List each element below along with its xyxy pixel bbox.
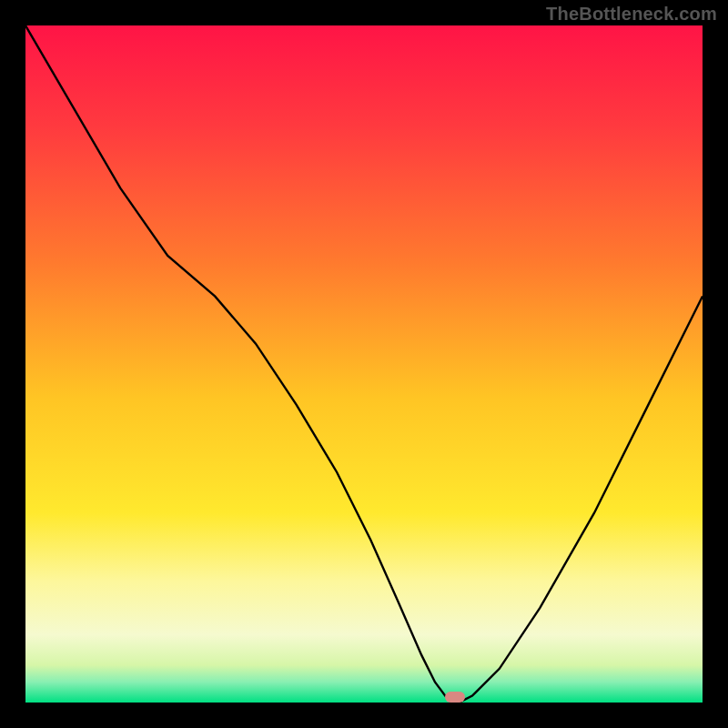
optimal-marker bbox=[445, 692, 465, 703]
chart-frame: TheBottleneck.com bbox=[0, 0, 728, 728]
bottleneck-curve bbox=[25, 25, 703, 703]
watermark-text: TheBottleneck.com bbox=[546, 4, 717, 25]
plot-area bbox=[25, 25, 703, 703]
